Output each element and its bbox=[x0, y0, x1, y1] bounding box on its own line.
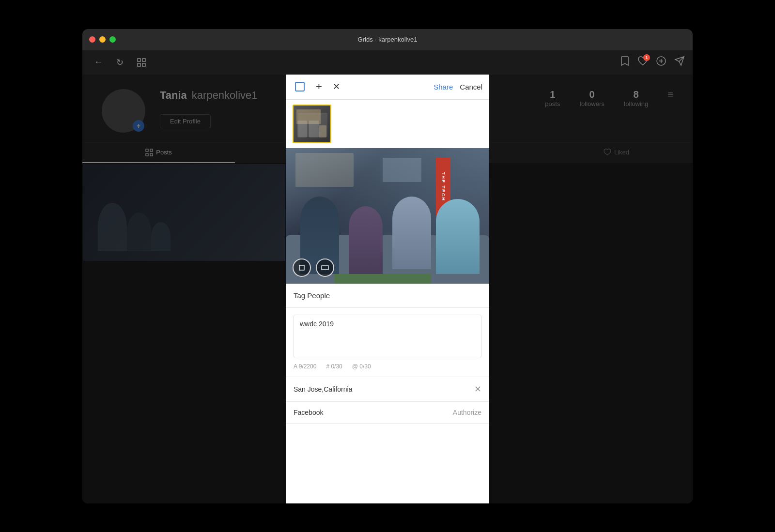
close-icon: ✕ bbox=[333, 81, 340, 92]
close-modal-button[interactable]: ✕ bbox=[331, 79, 342, 94]
add-icon: + bbox=[316, 80, 322, 93]
bg-window bbox=[383, 158, 421, 182]
hashtag-count: # 0/30 bbox=[326, 363, 342, 370]
thumbnail-image bbox=[294, 106, 330, 142]
main-post-image: THE TECH bbox=[286, 148, 489, 284]
svg-rect-2 bbox=[138, 63, 140, 66]
fullscreen-traffic-light[interactable] bbox=[109, 36, 116, 43]
back-button[interactable]: ← bbox=[90, 55, 107, 69]
clear-location-button[interactable]: ✕ bbox=[474, 384, 481, 395]
grass bbox=[334, 274, 431, 284]
svg-rect-11 bbox=[295, 82, 304, 91]
bookmark-nav-icon[interactable] bbox=[620, 56, 630, 69]
bg-shelf bbox=[295, 153, 354, 187]
mini-figure-2 bbox=[309, 121, 319, 137]
wide-crop-icon bbox=[321, 265, 329, 271]
heart-nav-icon[interactable]: 1 bbox=[637, 56, 648, 68]
nav-bar: ← ↻ 1 bbox=[82, 50, 693, 75]
add-media-button[interactable]: + bbox=[314, 78, 324, 95]
nav-right-icons: 1 bbox=[620, 56, 685, 69]
add-nav-icon[interactable] bbox=[656, 56, 666, 69]
square-crop-button[interactable] bbox=[293, 258, 311, 277]
grid-view-button[interactable] bbox=[133, 56, 150, 69]
person-2 bbox=[349, 206, 383, 274]
svg-rect-12 bbox=[299, 265, 304, 270]
image-controls bbox=[293, 258, 334, 277]
thumbnail-strip bbox=[286, 100, 489, 148]
traffic-lights bbox=[89, 36, 116, 43]
mention-count: @ 0/30 bbox=[352, 363, 371, 370]
char-count: A 9/2200 bbox=[294, 363, 316, 370]
svg-rect-3 bbox=[142, 63, 145, 66]
close-traffic-light[interactable] bbox=[89, 36, 95, 43]
app-body: + Tania karpenkolive1 Edit Profile 1 pos… bbox=[82, 75, 693, 503]
share-button[interactable]: Share bbox=[434, 83, 453, 91]
person-4 bbox=[436, 199, 480, 274]
selected-thumbnail[interactable] bbox=[293, 105, 331, 143]
wide-crop-button[interactable] bbox=[316, 258, 334, 277]
location-section: San Jose,California ✕ bbox=[286, 377, 489, 402]
mac-window: Grids - karpenkolive1 ← ↻ 1 bbox=[82, 29, 693, 503]
frame-tool-button[interactable] bbox=[293, 79, 307, 94]
location-value: San Jose,California bbox=[294, 385, 352, 393]
caption-stats: A 9/2200 # 0/30 @ 0/30 bbox=[294, 363, 481, 370]
heart-badge: 1 bbox=[643, 54, 650, 61]
modal-content: Tag People A 9/2200 # 0/30 @ 0/30 San J bbox=[286, 284, 489, 503]
frame-icon bbox=[294, 81, 305, 92]
title-bar: Grids - karpenkolive1 bbox=[82, 29, 693, 50]
send-nav-icon[interactable] bbox=[674, 56, 685, 69]
svg-rect-13 bbox=[322, 266, 328, 270]
window-title: Grids - karpenkolive1 bbox=[358, 36, 418, 43]
tag-people-section[interactable]: Tag People bbox=[286, 284, 489, 308]
facebook-section: Facebook Authorize bbox=[286, 402, 489, 424]
modal-toolbar: + ✕ Share Cancel bbox=[286, 75, 489, 100]
svg-rect-0 bbox=[138, 59, 140, 61]
grid-icon bbox=[137, 58, 146, 67]
mini-figure-1 bbox=[297, 121, 307, 137]
square-crop-icon bbox=[298, 264, 305, 271]
cancel-button[interactable]: Cancel bbox=[460, 83, 482, 91]
refresh-button[interactable]: ↻ bbox=[112, 55, 127, 70]
modal-toolbar-right: Share Cancel bbox=[434, 83, 482, 91]
caption-area: A 9/2200 # 0/30 @ 0/30 bbox=[286, 308, 489, 377]
modal-overlay: + ✕ Share Cancel bbox=[82, 75, 693, 503]
tag-people-label: Tag People bbox=[294, 291, 330, 300]
facebook-label: Facebook bbox=[294, 409, 323, 416]
person-3 bbox=[392, 197, 431, 269]
facebook-authorize-button[interactable]: Authorize bbox=[453, 409, 481, 416]
new-post-modal: + ✕ Share Cancel bbox=[286, 75, 489, 503]
caption-input[interactable] bbox=[294, 315, 481, 358]
svg-rect-1 bbox=[142, 59, 145, 61]
minimize-traffic-light[interactable] bbox=[99, 36, 106, 43]
